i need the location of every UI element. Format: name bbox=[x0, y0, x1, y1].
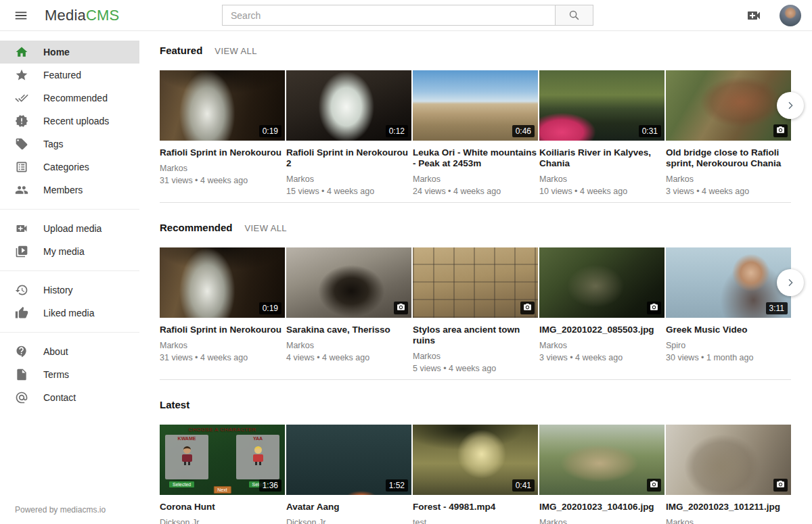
media-author[interactable]: Markos bbox=[160, 341, 285, 350]
sidebar-item-upload-media[interactable]: Upload media bbox=[0, 217, 139, 240]
media-author[interactable]: Markos bbox=[666, 518, 791, 524]
media-author[interactable]: Markos bbox=[539, 518, 664, 524]
photo-badge-camera-icon bbox=[773, 479, 788, 492]
media-author[interactable]: Dickson Jr. bbox=[160, 518, 285, 524]
media-meta: 4 views • 4 weeks ago bbox=[286, 353, 411, 362]
media-title[interactable]: IMG_20201022_085503.jpg bbox=[539, 325, 664, 335]
photo-badge-camera-icon bbox=[647, 479, 661, 492]
media-card[interactable]: Stylos area ancient town ruins Markos 5 … bbox=[413, 247, 538, 373]
media-author[interactable]: test bbox=[413, 518, 538, 524]
sidebar-item-categories[interactable]: Categories bbox=[0, 156, 139, 178]
media-thumbnail[interactable] bbox=[539, 425, 664, 495]
logo-text-cms: CMS bbox=[86, 7, 120, 24]
media-card[interactable]: 0:19 Rafioli Sprint in Nerokourou Markos… bbox=[160, 70, 285, 196]
media-author[interactable]: Markos bbox=[539, 341, 664, 350]
media-card[interactable]: IMG_20201023_104106.jpg Markos 4 views •… bbox=[539, 425, 664, 524]
media-author[interactable]: Markos bbox=[160, 164, 285, 173]
sidebar-item-tags[interactable]: Tags bbox=[0, 133, 139, 156]
media-title[interactable]: Koiliaris River in Kalyves, Chania bbox=[539, 147, 664, 169]
media-author[interactable]: Markos bbox=[413, 174, 538, 184]
sidebar-item-history[interactable]: History bbox=[0, 279, 139, 302]
photo-badge-camera-icon bbox=[647, 302, 661, 314]
carousel-next-button[interactable] bbox=[777, 92, 804, 119]
media-title[interactable]: Stylos area ancient town ruins bbox=[413, 325, 538, 346]
media-thumbnail[interactable] bbox=[286, 247, 411, 318]
media-author[interactable]: Spiro bbox=[666, 341, 791, 350]
media-thumbnail[interactable]: 0:41 bbox=[413, 425, 538, 495]
sidebar-item-recent-uploads[interactable]: Recent uploads bbox=[0, 110, 139, 133]
sidebar-item-members[interactable]: Members bbox=[0, 178, 139, 201]
media-author[interactable]: Markos bbox=[413, 352, 538, 361]
media-author[interactable]: Markos bbox=[286, 174, 411, 184]
duration-badge: 3:11 bbox=[766, 302, 788, 314]
sidebar-item-about[interactable]: About bbox=[0, 340, 139, 363]
sidebar-item-liked-media[interactable]: Liked media bbox=[0, 302, 139, 325]
sidebar-item-featured[interactable]: Featured bbox=[0, 64, 139, 87]
sidebar-item-label: Recent uploads bbox=[43, 116, 109, 126]
media-meta: 3 views • 4 weeks ago bbox=[666, 187, 791, 196]
media-title[interactable]: Greek Music Video bbox=[666, 325, 791, 335]
media-thumbnail[interactable] bbox=[539, 247, 664, 318]
sidebar-divider bbox=[0, 332, 139, 333]
photo-badge-camera-icon bbox=[520, 302, 535, 314]
media-author[interactable]: Markos bbox=[666, 174, 791, 184]
media-title[interactable]: IMG_20201023_101211.jpg bbox=[666, 502, 791, 513]
media-title[interactable]: Sarakina cave, Therisso bbox=[286, 325, 411, 335]
media-title[interactable]: Leuka Ori - White mountains - Peak at 24… bbox=[413, 147, 538, 169]
search-button[interactable] bbox=[555, 5, 593, 26]
media-thumbnail[interactable]: 0:19 bbox=[160, 247, 285, 318]
sidebar-item-terms[interactable]: Terms bbox=[0, 363, 139, 386]
view-all-link[interactable]: VIEW ALL bbox=[215, 46, 256, 56]
media-title[interactable]: Avatar Aang bbox=[286, 502, 411, 513]
media-thumbnail[interactable]: 0:31 bbox=[539, 70, 664, 141]
members-icon bbox=[15, 183, 28, 197]
media-thumbnail[interactable]: 3:11 bbox=[666, 247, 791, 318]
media-card[interactable]: 0:46 Leuka Ori - White mountains - Peak … bbox=[413, 70, 538, 196]
media-thumbnail[interactable]: 0:12 bbox=[286, 70, 411, 141]
media-title[interactable]: Rafioli Sprint in Nerokourou 2 bbox=[286, 147, 411, 169]
media-card[interactable]: Old bridge close to Rafioli sprint, Nero… bbox=[666, 70, 791, 196]
media-thumbnail[interactable]: CHOOSE A CHARACTERKWAMEYAASelectedNextSe… bbox=[160, 425, 285, 495]
sidebar-item-label: Liked media bbox=[43, 308, 95, 318]
media-card[interactable]: 3:11 Greek Music Video Spiro 30 views • … bbox=[666, 247, 791, 373]
media-card[interactable]: 0:12 Rafioli Sprint in Nerokourou 2 Mark… bbox=[286, 70, 411, 196]
media-author[interactable]: Dickson Jr. bbox=[286, 518, 411, 524]
media-card[interactable]: CHOOSE A CHARACTERKWAMEYAASelectedNextSe… bbox=[160, 425, 285, 524]
user-avatar[interactable] bbox=[780, 5, 801, 26]
media-thumbnail[interactable] bbox=[666, 425, 791, 495]
media-thumbnail[interactable] bbox=[666, 70, 791, 141]
media-card[interactable]: 0:41 Forest - 49981.mp4 test 17 views • … bbox=[413, 425, 538, 524]
top-bar: MediaCMS bbox=[0, 0, 812, 31]
media-title[interactable]: Forest - 49981.mp4 bbox=[413, 502, 538, 513]
media-author[interactable]: Markos bbox=[539, 174, 664, 184]
media-card[interactable]: IMG_20201023_101211.jpg Markos 4 views •… bbox=[666, 425, 791, 524]
hamburger-menu-button[interactable] bbox=[11, 5, 31, 26]
media-author[interactable]: Markos bbox=[286, 341, 411, 350]
photo-badge-camera-icon bbox=[773, 124, 788, 137]
sidebar-item-contact[interactable]: Contact bbox=[0, 386, 139, 409]
media-card[interactable]: Sarakina cave, Therisso Markos 4 views •… bbox=[286, 247, 411, 373]
media-card[interactable]: 0:19 Rafioli Sprint in Nerokourou Markos… bbox=[160, 247, 285, 373]
media-title[interactable]: IMG_20201023_104106.jpg bbox=[539, 502, 664, 513]
media-card[interactable]: 1:52 Avatar Aang Dickson Jr. 12 views • … bbox=[286, 425, 411, 524]
view-all-link[interactable]: VIEW ALL bbox=[245, 223, 287, 233]
at-sign-icon bbox=[15, 391, 28, 404]
media-card[interactable]: 0:31 Koiliaris River in Kalyves, Chania … bbox=[539, 70, 664, 196]
sidebar-item-recommended[interactable]: Recommended bbox=[0, 87, 139, 110]
duration-badge: 0:31 bbox=[639, 125, 661, 137]
media-thumbnail[interactable]: 0:19 bbox=[160, 70, 285, 141]
sidebar-item-home[interactable]: Home bbox=[0, 41, 139, 64]
media-thumbnail[interactable] bbox=[413, 247, 538, 318]
logo[interactable]: MediaCMS bbox=[45, 7, 119, 24]
media-title[interactable]: Rafioli Sprint in Nerokourou bbox=[160, 147, 285, 158]
upload-media-header-button[interactable] bbox=[743, 5, 765, 26]
carousel-next-button[interactable] bbox=[777, 269, 804, 296]
media-title[interactable]: Corona Hunt bbox=[160, 502, 285, 513]
media-card[interactable]: IMG_20201022_085503.jpg Markos 3 views •… bbox=[539, 247, 664, 373]
media-thumbnail[interactable]: 1:52 bbox=[286, 425, 411, 495]
media-title[interactable]: Rafioli Sprint in Nerokourou bbox=[160, 325, 285, 335]
search-input[interactable] bbox=[222, 5, 555, 26]
media-title[interactable]: Old bridge close to Rafioli sprint, Nero… bbox=[666, 147, 791, 169]
media-thumbnail[interactable]: 0:46 bbox=[413, 70, 538, 141]
sidebar-item-my-media[interactable]: My media bbox=[0, 240, 139, 263]
